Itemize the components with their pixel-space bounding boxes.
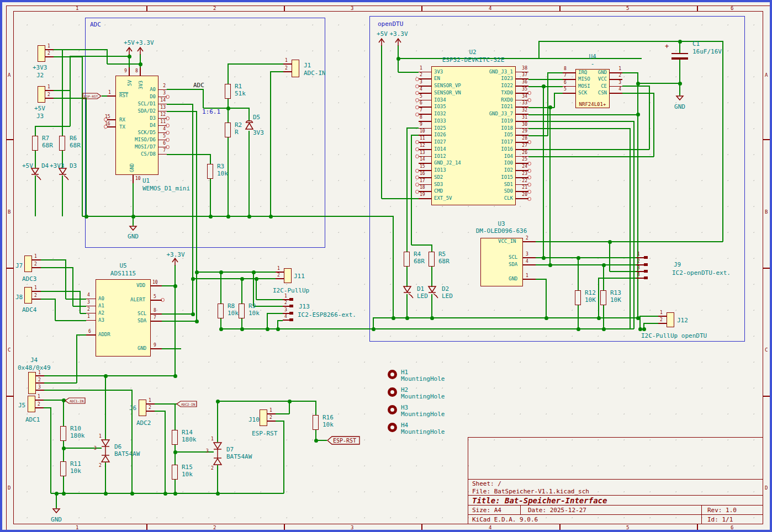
- u2-pin[interactable]: 20CLK: [468, 195, 528, 203]
- connector-j3[interactable]: [38, 86, 45, 103]
- resistor-r13[interactable]: [600, 290, 606, 305]
- led-d1-icon[interactable]: [403, 286, 411, 294]
- u1-pin[interactable]: 7CS/D8: [115, 151, 167, 158]
- u2-pin[interactable]: 37IO23: [468, 76, 528, 83]
- resistor-r11[interactable]: [60, 461, 66, 476]
- frame-col: 2: [213, 525, 216, 530]
- annotation-ratio[interactable]: 1:6.1: [202, 109, 220, 115]
- frame-row: B: [8, 210, 10, 215]
- svg-text:ESP-RST: ESP-RST: [333, 438, 356, 444]
- resistor-r15[interactable]: [172, 465, 178, 480]
- u2-pin[interactable]: 23IO15: [468, 174, 528, 182]
- net-label-adc[interactable]: ADC: [193, 82, 204, 88]
- u2-pin[interactable]: 29IO5: [468, 132, 528, 139]
- dual-diode-d7-icon[interactable]: [213, 442, 223, 466]
- resistor-r5[interactable]: [429, 252, 435, 267]
- resistor-r3[interactable]: [207, 164, 213, 179]
- schematic-sheet: 1 2 3 4 5 6 1 2 3 4 5 6 A B C D A B C D …: [0, 0, 772, 532]
- connector-j10[interactable]: [260, 409, 267, 426]
- u1-ref: U1: [142, 178, 150, 184]
- u2-pin[interactable]: 38GND_J3_1: [468, 69, 528, 76]
- global-label-adc1-in[interactable]: ADC1-IN: [65, 397, 86, 404]
- frame-row: C: [765, 348, 768, 353]
- resistor-r16[interactable]: [313, 415, 319, 430]
- connector-j8[interactable]: [24, 287, 32, 304]
- u5-ref: U5: [96, 263, 151, 269]
- connector-j6[interactable]: [139, 400, 146, 416]
- resistor-r8[interactable]: [218, 304, 224, 318]
- u4-pin[interactable]: 1GND: [575, 70, 622, 76]
- mounting-hole[interactable]: H2 MountingHole: [388, 386, 454, 403]
- global-label-esp-rst[interactable]: ESP-RST: [327, 436, 360, 445]
- connector-j12[interactable]: [667, 312, 674, 327]
- dual-diode-d6-icon[interactable]: [101, 439, 110, 463]
- frame-row: B: [765, 210, 768, 215]
- u5-pin[interactable]: 3A1: [86, 303, 136, 310]
- frame-row: A: [765, 73, 768, 78]
- u2-pin[interactable]: 21SD0: [468, 188, 528, 195]
- tb-id: Id: 1/1: [707, 517, 733, 523]
- u2-pin[interactable]: 30IO18: [468, 125, 528, 132]
- resistor-r7[interactable]: [32, 136, 38, 151]
- global-label-esp-rst-small[interactable]: ESP-RST: [82, 93, 102, 99]
- connector-j1[interactable]: [292, 60, 299, 77]
- u2-pin[interactable]: 24IO2: [468, 167, 528, 174]
- u2-pin[interactable]: 36IO22: [468, 83, 528, 90]
- gnd-label: GND: [671, 104, 688, 110]
- led-d2-icon[interactable]: [428, 286, 436, 294]
- region-opendtu-label: openDTU: [378, 21, 403, 27]
- u1-pin[interactable]: 6MOSI/D7: [115, 144, 167, 151]
- u2-pin[interactable]: 26IO4: [468, 153, 528, 161]
- u1-value: WEMOS_D1_mini: [142, 185, 190, 191]
- connector-j13-label: IC2-ESP8266-ext.: [298, 312, 356, 318]
- frame-col: 6: [731, 525, 733, 530]
- u2-pin[interactable]: 28IO17: [468, 139, 528, 146]
- connector-j2[interactable]: [38, 45, 45, 62]
- u1-pin[interactable]: 14SCL/D1: [115, 101, 167, 108]
- connector-j5[interactable]: [28, 396, 35, 412]
- u2-pin[interactable]: 33IO21: [468, 104, 528, 111]
- mounting-holes[interactable]: H1 MountingHole H2 MountingHole H3 Mount…: [388, 368, 454, 439]
- u5-pin[interactable]: 1A3: [86, 317, 136, 324]
- connector-j7[interactable]: [24, 256, 32, 272]
- u4-pin[interactable]: 3CE: [575, 83, 622, 90]
- resistor-r6[interactable]: [59, 136, 65, 151]
- zener-d5-icon[interactable]: [245, 120, 253, 131]
- gnd-label: GND: [48, 517, 65, 523]
- frame-col: 4: [489, 525, 491, 530]
- svg-text:ESP-RST: ESP-RST: [84, 94, 98, 98]
- resistor-r10[interactable]: [60, 426, 66, 441]
- resistor-r2[interactable]: [225, 123, 231, 137]
- u2-pin[interactable]: 27IO16: [468, 146, 528, 153]
- resistor-r1[interactable]: [225, 84, 231, 99]
- u5-pin[interactable]: 4A0: [86, 296, 136, 303]
- mounting-hole[interactable]: H4 MountingHole: [388, 421, 454, 439]
- frame-col: 3: [351, 6, 353, 11]
- u2-pin[interactable]: 34RXD0: [468, 97, 528, 104]
- connector-j11[interactable]: [284, 268, 292, 283]
- tb-file: File: BatSpeicher-V1.1.kicad_sch: [472, 488, 589, 494]
- mounting-hole[interactable]: H1 MountingHole: [388, 368, 454, 386]
- u1-pin[interactable]: 4SCK/D5: [115, 130, 167, 137]
- u2-pin[interactable]: 22SD1: [468, 182, 528, 189]
- u2-pin[interactable]: 35TXD0: [468, 90, 528, 97]
- global-label-adc2-in[interactable]: ADC2-IN: [176, 401, 197, 407]
- u2-pin[interactable]: 31IO19: [468, 118, 528, 125]
- mounting-hole[interactable]: H3 MountingHole: [388, 403, 454, 421]
- resistor-r4[interactable]: [404, 252, 410, 267]
- u2-pin[interactable]: 32GND_J3_7: [468, 111, 528, 118]
- u1-pin[interactable]: 5MISO/D6: [115, 137, 167, 144]
- frame-col: 6: [731, 6, 733, 11]
- frame-col: 4: [489, 6, 491, 11]
- u4-pin[interactable]: 2VCC: [575, 76, 622, 83]
- frame-col: 2: [213, 6, 216, 11]
- power-33v-label: +3.3V: [134, 40, 156, 46]
- u5-pin[interactable]: 2A2: [86, 310, 136, 317]
- u1-pin[interactable]: 13SDA/D2: [115, 108, 167, 115]
- u4-pin[interactable]: 4CSN: [575, 90, 622, 97]
- u2-pin[interactable]: 25IO0: [468, 160, 528, 167]
- resistor-r9[interactable]: [239, 304, 245, 318]
- resistor-r14[interactable]: [172, 430, 178, 445]
- resistor-r12[interactable]: [575, 290, 581, 305]
- connector-j4[interactable]: [28, 372, 36, 394]
